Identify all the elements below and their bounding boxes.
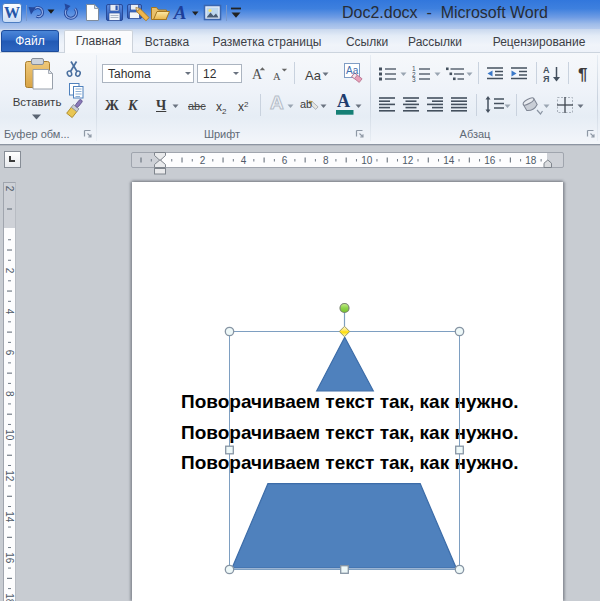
svg-text:4: 4 [241,155,247,166]
svg-text:16: 16 [484,155,496,166]
svg-text:6: 6 [282,155,288,166]
svg-text:6: 6 [4,350,15,356]
svg-text:16: 16 [4,552,15,564]
svg-text:2: 2 [4,268,15,274]
svg-text:8: 8 [323,155,329,166]
svg-text:14: 14 [443,155,455,166]
svg-text:12: 12 [402,155,414,166]
svg-text:10: 10 [4,429,15,441]
svg-text:10: 10 [361,155,373,166]
svg-text:12: 12 [4,470,15,482]
svg-text:18: 18 [525,155,537,166]
svg-text:4: 4 [4,309,15,315]
svg-text:2: 2 [200,155,206,166]
svg-text:8: 8 [4,391,15,397]
svg-text:18: 18 [4,593,15,601]
svg-text:14: 14 [4,511,15,523]
svg-text:2: 2 [4,186,15,192]
